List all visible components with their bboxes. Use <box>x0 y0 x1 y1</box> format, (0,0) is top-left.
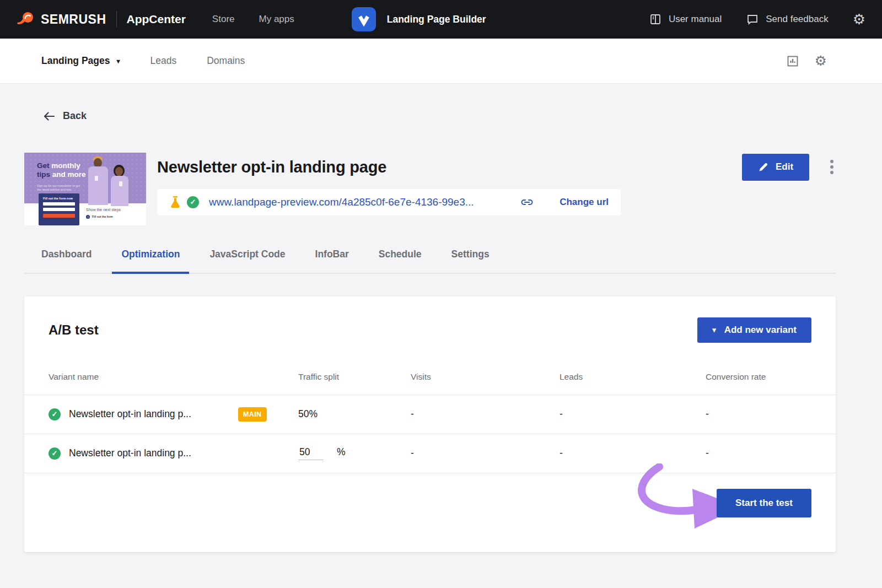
secondary-nav-items: Landing Pages ▾ Leads Domains <box>41 55 245 67</box>
more-options-kebab-icon[interactable] <box>828 158 836 176</box>
change-url-link[interactable]: Change url <box>560 197 609 208</box>
url-bar: ✓ www.landpage-preview.com/4a285c0f-6e7e… <box>157 189 621 215</box>
ab-test-footer: Start the test <box>24 473 836 552</box>
user-manual-link[interactable]: User manual <box>649 13 722 26</box>
top-nav: Store My apps <box>212 14 294 25</box>
current-app-name: Landing Page Builder <box>387 14 486 25</box>
current-app: Landing Page Builder <box>352 7 486 31</box>
tab-schedule[interactable]: Schedule <box>369 249 431 273</box>
variant-published-icon: ✓ <box>49 408 61 420</box>
chevron-down-icon: ▾ <box>712 326 716 333</box>
col-leads: Leads <box>560 372 706 382</box>
variants-table-header: Variant name Traffic split Visits Leads … <box>24 359 836 395</box>
app-secondary-nav: Landing Pages ▾ Leads Domains ⚙ <box>0 39 882 84</box>
add-variant-label: Add new variant <box>724 325 797 336</box>
thumbnail-step-label: Fill out the form <box>92 215 113 218</box>
landing-page-builder-icon <box>352 7 376 31</box>
ab-test-header: A/B test ▾ Add new variant <box>24 296 836 359</box>
thumbnail-form-button <box>43 214 75 218</box>
col-visits: Visits <box>411 372 560 382</box>
phone-illustration <box>95 176 98 181</box>
traffic-split-value: 50% <box>298 408 411 420</box>
col-conversion-rate: Conversion rate <box>706 372 811 382</box>
title-block: Newsletter opt-in landing page ✓ www.lan… <box>157 153 742 215</box>
edit-button[interactable]: Edit <box>742 154 809 181</box>
leads-value: - <box>560 408 706 420</box>
pencil-icon <box>758 161 769 172</box>
chevron-down-icon: ▾ <box>116 58 120 64</box>
main-badge: MAIN <box>238 407 267 422</box>
landing-page-thumbnail: Get monthly tips and more Sign up for ou… <box>24 153 146 225</box>
title-controls: Edit <box>742 154 836 181</box>
page-title: Newsletter opt-in landing page <box>157 158 742 176</box>
visits-value: - <box>411 447 560 459</box>
col-traffic-split: Traffic split <box>298 372 411 382</box>
url-actions: Change url <box>520 196 609 209</box>
top-bar-actions: User manual Send feedback ⚙ <box>649 12 865 26</box>
thumbnail-subtext: Sign up for our newsletter to get the la… <box>37 184 81 192</box>
page-header: Get monthly tips and more Sign up for ou… <box>24 153 836 225</box>
ab-test-card: A/B test ▾ Add new variant Variant name … <box>24 296 836 552</box>
back-label: Back <box>63 110 87 122</box>
tab-settings[interactable]: Settings <box>442 249 499 273</box>
page-tabs: Dashboard Optimization JavaScript Code I… <box>24 249 836 274</box>
variant-name[interactable]: Newsletter opt-in landing p... <box>69 408 191 420</box>
tab-dashboard[interactable]: Dashboard <box>32 249 101 273</box>
landing-page-url[interactable]: www.landpage-preview.com/4a285c0f-6e7e-4… <box>209 196 474 208</box>
subnav-item-landing-pages[interactable]: Landing Pages ▾ <box>41 55 120 67</box>
variant-published-icon: ✓ <box>49 447 61 460</box>
url-verified-icon: ✓ <box>187 196 199 208</box>
back-arrow-icon <box>43 111 55 122</box>
thumbnail-form-input <box>43 208 75 211</box>
nav-item-my-apps[interactable]: My apps <box>259 14 294 25</box>
variant-name[interactable]: Newsletter opt-in landing p... <box>69 447 191 459</box>
page-settings-gear-icon[interactable]: ⚙ <box>815 54 827 68</box>
nav-item-store[interactable]: Store <box>212 14 235 25</box>
edit-label: Edit <box>776 161 793 172</box>
thumbnail-form-input <box>43 202 75 206</box>
back-button[interactable]: Back <box>43 110 87 122</box>
tab-optimization[interactable]: Optimization <box>112 249 189 273</box>
subnav-item-leads[interactable]: Leads <box>150 55 177 67</box>
percent-suffix: % <box>337 446 346 458</box>
user-manual-label: User manual <box>669 14 722 25</box>
ab-flask-icon <box>169 196 181 209</box>
suite-wordmark: AppCenter <box>127 13 186 26</box>
thumbnail-form: Fill out the form now <box>39 193 79 225</box>
send-feedback-label: Send feedback <box>766 14 828 25</box>
thumbnail-steps: Show the next steps 1 Fill out the form <box>86 208 121 219</box>
thumbnail-headline: Get monthly tips and more <box>37 161 86 179</box>
tab-infobar[interactable]: InfoBar <box>306 249 358 273</box>
landing-pages-label: Landing Pages <box>41 55 110 67</box>
tab-javascript-code[interactable]: JavaScript Code <box>200 249 294 273</box>
table-row: ✓ Newsletter opt-in landing p... MAIN 50… <box>24 395 836 434</box>
thumbnail-form-title: Fill out the form now <box>43 197 75 200</box>
main-content: Back Get monthly <box>24 84 836 552</box>
thumbnail-steps-title: Show the next steps <box>86 208 121 212</box>
conversion-value: - <box>706 447 811 459</box>
start-the-test-button[interactable]: Start the test <box>717 489 811 517</box>
phone-illustration <box>119 181 122 186</box>
secondary-nav-actions: ⚙ <box>786 54 827 68</box>
copy-link-icon[interactable] <box>520 196 534 209</box>
ab-test-title: A/B test <box>49 322 99 338</box>
analytics-icon[interactable] <box>786 55 799 68</box>
brand-wordmark: SEMRUSH <box>41 12 106 27</box>
send-feedback-link[interactable]: Send feedback <box>746 13 828 26</box>
subnav-item-domains[interactable]: Domains <box>207 55 245 67</box>
leads-value: - <box>560 447 706 459</box>
app-settings-gear-icon[interactable]: ⚙ <box>853 12 865 26</box>
semrush-logo[interactable]: SEMRUSH AppCenter <box>17 10 186 29</box>
feedback-bubble-icon <box>746 13 759 26</box>
semrush-flame-icon <box>17 10 35 29</box>
conversion-value: - <box>706 408 811 420</box>
traffic-split-input[interactable] <box>298 446 324 460</box>
col-variant-name: Variant name <box>49 372 298 382</box>
add-new-variant-button[interactable]: ▾ Add new variant <box>697 317 811 343</box>
thumbnail-step-dot: 1 <box>86 215 90 219</box>
book-icon <box>649 13 662 26</box>
visits-value: - <box>411 408 560 420</box>
brand-divider <box>116 11 117 28</box>
table-row: ✓ Newsletter opt-in landing p... % - - - <box>24 434 836 473</box>
top-app-bar: SEMRUSH AppCenter Store My apps Landing … <box>0 0 882 39</box>
